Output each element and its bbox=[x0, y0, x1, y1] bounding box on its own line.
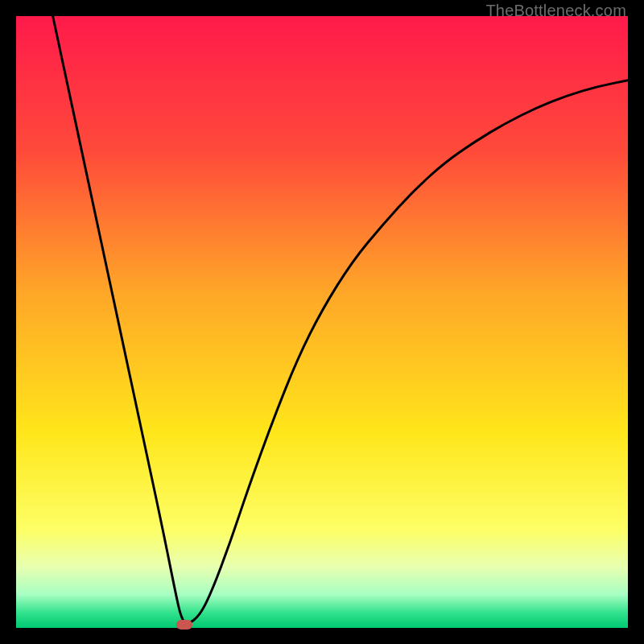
chart-background-gradient bbox=[16, 16, 628, 628]
watermark-text: TheBottleneck.com bbox=[485, 2, 626, 20]
optimal-point-marker bbox=[176, 620, 192, 630]
chart-frame bbox=[16, 16, 628, 628]
